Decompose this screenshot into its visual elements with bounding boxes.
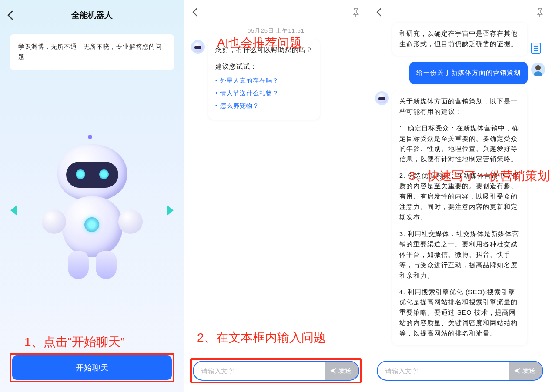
reply-item: 2. 创造优质内容：在新媒体营销中，优质的内容是至关重要的。要创造有趣、有用、有… [399,171,520,223]
intro-screen: 全能机器人 学识渊博，无所不通，无所不晓，专业解答您的问题 开始聊天 1、点击“… [0,0,184,392]
send-button[interactable]: 发送 [509,362,542,380]
pin-icon[interactable] [351,7,360,17]
message-input[interactable] [194,367,325,375]
robot-image [36,140,149,288]
suggest-heading: 建议您试试： [215,62,313,72]
send-label: 发送 [338,367,351,375]
bot-bubble: 您好，有什么可以帮助您的吗？ 建议您试试： 外星人真的存在吗？ 情人节送什么礼物… [208,39,320,120]
message-input[interactable] [378,367,509,375]
robot-illustration [0,83,184,353]
bot-message-row: 和研究，以确定在宇宙中是否存在其他生命形式，但目前仍缺乏确凿的证据。 [375,23,545,56]
message-list: 和研究，以确定在宇宙中是否存在其他生命形式，但目前仍缺乏确凿的证据。 给一份关于… [368,21,552,353]
copy-icon[interactable] [531,43,541,54]
timestamp: 05月25日 上午11:51 [184,27,368,35]
input-container: 发送 [374,358,546,383]
user-message-row: 给一份关于新媒体方面的营销策划 [375,62,545,84]
bot-avatar [375,91,389,105]
start-chat-button[interactable]: 开始聊天 [12,355,172,380]
suggestion-link[interactable]: 怎么养宠物？ [215,101,313,111]
back-icon[interactable] [7,10,13,20]
greeting-text: 您好，有什么可以帮助您的吗？ [215,45,313,56]
user-avatar [531,63,545,76]
chat-reply-screen: 和研究，以确定在宇宙中是否存在其他生命形式，但目前仍缺乏确凿的证据。 给一份关于… [368,0,552,392]
user-bubble: 给一份关于新媒体方面的营销策划 [409,62,528,84]
reply-item: 3. 利用社交媒体：社交媒体是新媒体营销的重要渠道之一。要利用各种社交媒体平台，… [399,229,520,281]
reply-item: 4. 利用搜索引擎优化 (SEO):搜索引擎优化是提高网站排名和搜索引擎流量的重… [399,287,520,339]
header [368,0,552,21]
input-area: 发送 [368,353,552,392]
bot-message-row: 关于新媒体方面的营销策划，以下是一些可能有用的建议： 1. 确定目标受众：在新媒… [375,90,545,345]
pin-icon[interactable] [535,7,544,17]
input-area: 发送 [184,353,368,392]
bot-bubble: 关于新媒体方面的营销策划，以下是一些可能有用的建议： 1. 确定目标受众：在新媒… [392,90,527,345]
send-label: 发送 [522,367,535,375]
carousel-next-icon[interactable] [167,205,174,216]
input-highlight: 发送 [190,358,362,383]
reply-intro: 关于新媒体方面的营销策划，以下是一些可能有用的建议： [399,96,520,117]
start-button-highlight: 开始聊天 [10,353,174,382]
page-title: 全能机器人 [13,10,171,21]
chat-suggestions-screen: 05月25日 上午11:51 AI也会推荐问题 您好，有什么可以帮助您的吗？ 建… [184,0,368,392]
header [184,0,368,21]
input-bar: 发送 [193,361,359,381]
back-icon[interactable] [376,7,382,17]
bot-avatar [191,40,205,54]
bot-bubble-tail: 和研究，以确定在宇宙中是否存在其他生命形式，但目前仍缺乏确凿的证据。 [392,23,527,56]
send-button[interactable]: 发送 [325,362,358,380]
input-bar: 发送 [377,361,543,381]
header: 全能机器人 [0,0,184,24]
bot-message-row: 您好，有什么可以帮助您的吗？ 建议您试试： 外星人真的存在吗？ 情人节送什么礼物… [191,39,361,120]
back-icon[interactable] [192,7,198,17]
suggestion-link[interactable]: 外星人真的存在吗？ [215,76,313,86]
reply-item: 1. 确定目标受众：在新媒体营销中，确定目标受众是至关重要的。要确定受众的年龄、… [399,123,520,165]
message-list: 您好，有什么可以帮助您的吗？ 建议您试试： 外星人真的存在吗？ 情人节送什么礼物… [184,39,368,353]
carousel-prev-icon[interactable] [10,205,17,216]
suggestion-link[interactable]: 情人节送什么礼物？ [215,88,313,98]
intro-description: 学识渊博，无所不通，无所不晓，专业解答您的问题 [10,34,174,70]
